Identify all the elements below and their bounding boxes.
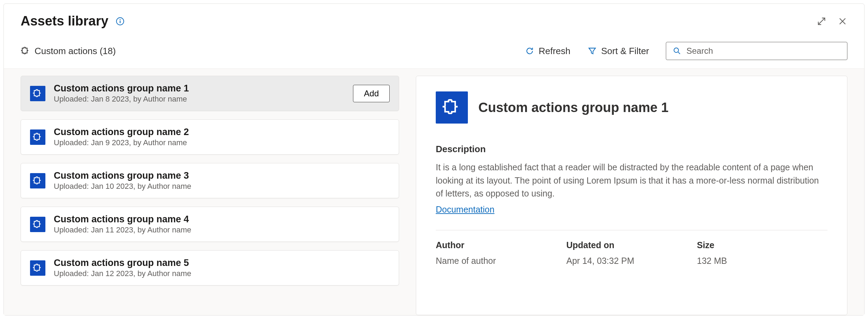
content-area: Custom actions group name 1Uploaded: Jan…: [4, 69, 864, 315]
description-text: It is a long established fact that a rea…: [436, 161, 827, 200]
item-subtitle: Uploaded: Jan 8 2023, by Author name: [54, 95, 345, 104]
item-title: Custom actions group name 3: [54, 170, 390, 181]
search-input[interactable]: [686, 46, 841, 56]
item-title: Custom actions group name 2: [54, 127, 390, 138]
list-item[interactable]: Custom actions group name 2Uploaded: Jan…: [21, 119, 399, 155]
author-value: Name of author: [436, 256, 566, 266]
filter-icon: [587, 46, 597, 56]
info-icon[interactable]: [115, 16, 125, 26]
puzzle-icon: [30, 129, 45, 145]
puzzle-icon: [30, 217, 45, 232]
panel-header: Assets library: [4, 4, 864, 29]
subtitle: Custom actions (18): [35, 46, 116, 57]
toolbar: Custom actions (18) Refresh Sort & Filte…: [4, 29, 864, 69]
updated-value: Apr 14, 03:32 PM: [566, 256, 697, 266]
puzzle-icon: [30, 260, 45, 276]
puzzle-icon: [30, 173, 45, 188]
meta-row: Author Name of author Updated on Apr 14,…: [436, 240, 827, 266]
refresh-label: Refresh: [539, 46, 571, 57]
expand-icon[interactable]: [817, 16, 826, 26]
close-icon[interactable]: [838, 16, 847, 26]
item-title: Custom actions group name 1: [54, 83, 345, 94]
item-title: Custom actions group name 5: [54, 258, 390, 268]
size-value: 132 MB: [697, 256, 827, 266]
page-title: Assets library: [21, 14, 108, 29]
item-subtitle: Uploaded: Jan 11 2023, by Author name: [54, 225, 390, 235]
refresh-button[interactable]: Refresh: [525, 46, 571, 57]
svg-point-1: [120, 19, 121, 20]
item-subtitle: Uploaded: Jan 10 2023, by Author name: [54, 182, 390, 191]
search-icon: [672, 46, 682, 55]
detail-pane: Custom actions group name 1 Description …: [416, 76, 847, 315]
add-button[interactable]: Add: [353, 85, 390, 102]
item-list: Custom actions group name 1Uploaded: Jan…: [4, 69, 410, 315]
item-title: Custom actions group name 4: [54, 214, 390, 225]
updated-label: Updated on: [566, 240, 697, 250]
puzzle-icon: [21, 46, 30, 56]
sort-filter-label: Sort & Filter: [601, 46, 649, 57]
detail-title: Custom actions group name 1: [478, 100, 669, 115]
author-label: Author: [436, 240, 566, 250]
list-item[interactable]: Custom actions group name 3Uploaded: Jan…: [21, 163, 399, 198]
item-subtitle: Uploaded: Jan 12 2023, by Author name: [54, 269, 390, 278]
list-item[interactable]: Custom actions group name 4Uploaded: Jan…: [21, 207, 399, 242]
description-label: Description: [436, 144, 827, 155]
item-subtitle: Uploaded: Jan 9 2023, by Author name: [54, 138, 390, 147]
svg-point-3: [674, 48, 678, 52]
search-box[interactable]: [666, 42, 847, 60]
divider: [436, 230, 827, 230]
refresh-icon: [525, 46, 535, 56]
documentation-link[interactable]: Documentation: [436, 205, 494, 214]
detail-puzzle-icon: [436, 91, 468, 124]
list-item[interactable]: Custom actions group name 1Uploaded: Jan…: [21, 76, 399, 111]
svg-rect-2: [120, 21, 120, 23]
assets-library-panel: Assets library Custom actions (18) Refre…: [3, 3, 865, 316]
size-label: Size: [697, 240, 827, 250]
puzzle-icon: [30, 86, 45, 101]
list-item[interactable]: Custom actions group name 5Uploaded: Jan…: [21, 250, 399, 285]
sort-filter-button[interactable]: Sort & Filter: [587, 46, 649, 57]
